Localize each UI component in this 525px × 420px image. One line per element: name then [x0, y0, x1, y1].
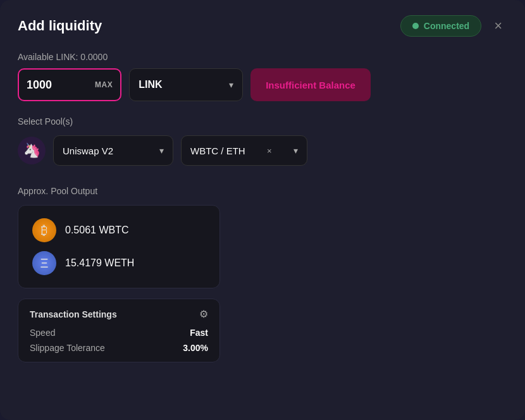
- output-row-wbtc: ₿ 0.5061 WBTC: [32, 218, 206, 242]
- pool-section-label: Select Pool(s): [18, 116, 507, 127]
- connected-label: Connected: [424, 21, 469, 31]
- uniswap-logo-icon: 🦄: [18, 137, 46, 164]
- modal-title: Add liquidity: [18, 18, 102, 34]
- dex-chevron-icon: ▾: [159, 145, 164, 156]
- tx-speed-value: Fast: [190, 328, 208, 338]
- gear-icon[interactable]: ⚙: [199, 308, 208, 320]
- token-select-dropdown[interactable]: LINK ▾: [129, 68, 243, 101]
- connected-dot-icon: [412, 23, 419, 29]
- pair-label: WBTC / ETH: [190, 145, 245, 156]
- tx-slippage-value: 3.00%: [183, 343, 208, 353]
- pair-chevron-icon: ▾: [293, 145, 298, 156]
- amount-input-wrapper: MAX: [18, 68, 121, 101]
- pair-select-dropdown[interactable]: WBTC / ETH × ▾: [181, 135, 307, 166]
- pool-row: 🦄 Uniswap V2 ▾ WBTC / ETH × ▾: [18, 135, 507, 166]
- dex-select-label: Uniswap V2: [63, 145, 113, 156]
- pair-clear-icon[interactable]: ×: [267, 146, 272, 156]
- connected-badge[interactable]: Connected: [400, 15, 481, 37]
- available-balance-label: Available LINK: 0.0000: [18, 52, 507, 62]
- tx-slippage-row: Slippage Tolerance 3.00%: [30, 343, 208, 353]
- max-button[interactable]: MAX: [95, 80, 113, 89]
- dex-select-dropdown[interactable]: Uniswap V2 ▾: [53, 135, 173, 166]
- tx-slippage-label: Slippage Tolerance: [30, 343, 105, 353]
- weth-value: 15.4179 WETH: [65, 257, 134, 269]
- modal-header: Add liquidity Connected ×: [18, 15, 507, 37]
- input-row: MAX LINK ▾ Insufficient Balance: [18, 68, 507, 101]
- wbtc-value: 0.5061 WBTC: [65, 225, 128, 236]
- tx-speed-label: Speed: [30, 328, 55, 338]
- amount-input[interactable]: [27, 78, 90, 92]
- tx-settings-title: Transaction Settings: [30, 309, 117, 319]
- output-row-weth: Ξ 15.4179 WETH: [32, 251, 206, 275]
- transaction-settings-box: Transaction Settings ⚙ Speed Fast Slippa…: [18, 299, 220, 362]
- tx-settings-header: Transaction Settings ⚙: [30, 308, 208, 320]
- wbtc-icon: ₿: [32, 218, 56, 242]
- add-liquidity-modal: Add liquidity Connected × Available LINK…: [0, 0, 525, 420]
- close-button[interactable]: ×: [489, 16, 507, 35]
- header-right: Connected ×: [400, 15, 507, 37]
- available-amount: 0.0000: [80, 52, 108, 62]
- weth-icon: Ξ: [32, 251, 56, 275]
- tx-speed-row: Speed Fast: [30, 328, 208, 338]
- token-select-chevron-icon: ▾: [229, 80, 233, 90]
- output-box: ₿ 0.5061 WBTC Ξ 15.4179 WETH: [18, 205, 220, 288]
- insufficient-balance-button[interactable]: Insufficient Balance: [250, 68, 371, 101]
- output-section-label: Approx. Pool Output: [18, 186, 507, 196]
- token-select-label: LINK: [139, 79, 162, 90]
